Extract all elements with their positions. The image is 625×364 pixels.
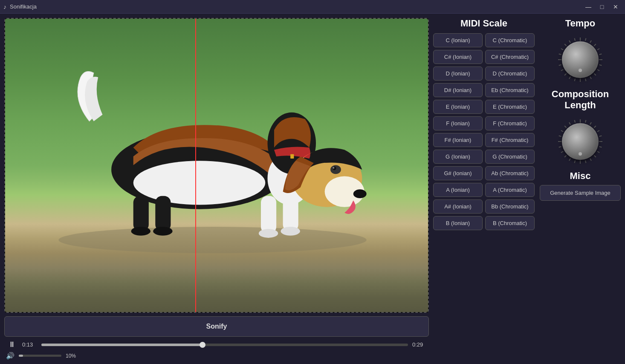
svg-line-54: [590, 159, 591, 161]
scale-btn-c-ionian[interactable]: C (Ionian): [433, 33, 483, 47]
svg-line-52: [597, 151, 599, 153]
scale-btn-d-ionian[interactable]: D (Ionian): [433, 66, 483, 81]
svg-line-63: [559, 136, 561, 137]
svg-line-31: [585, 78, 586, 81]
svg-point-2: [133, 161, 265, 205]
scale-btn-asharp-ionian[interactable]: A# (Ionian): [433, 199, 483, 214]
svg-rect-19: [290, 154, 294, 159]
scale-btn-e-ionian[interactable]: E (Ionian): [433, 100, 483, 114]
video-area[interactable]: [4, 18, 429, 313]
progress-row: ⏸ 0:13 0:29: [6, 340, 427, 349]
scale-btn-dsharp-ionian[interactable]: D# (Ionian): [433, 83, 483, 97]
svg-point-15: [353, 190, 366, 199]
svg-line-21: [585, 38, 586, 41]
scale-btn-g-ionian[interactable]: G (Ionian): [433, 150, 483, 164]
app-title: Sonifikacja: [10, 3, 37, 10]
scale-grid: C (Ionian)C (Chromatic)C# (Ionian)C# (Ch…: [433, 33, 535, 230]
svg-line-35: [564, 74, 566, 75]
volume-fill: [19, 355, 23, 357]
scale-btn-bb-chromatic[interactable]: Bb (Chromatic): [485, 199, 535, 214]
generate-sample-image-button[interactable]: Generate Sample Image: [540, 185, 621, 201]
tempo-knob-ring[interactable]: [555, 34, 606, 85]
svg-line-29: [594, 74, 596, 75]
svg-line-33: [575, 78, 576, 81]
misc-title: Misc: [570, 170, 591, 182]
scale-btn-e-chromatic[interactable]: E (Chromatic): [485, 100, 535, 114]
title-bar-controls: — □ ✕: [582, 3, 622, 11]
svg-point-0: [58, 227, 366, 253]
controls-panel: Tempo: [540, 18, 621, 360]
midi-scale-panel: MIDI Scale C (Ionian)C (Chromatic)C# (Io…: [433, 18, 535, 360]
sonify-button[interactable]: Sonify: [4, 316, 429, 337]
scale-btn-b-ionian[interactable]: B (Ionian): [433, 216, 483, 230]
scale-btn-d-chromatic[interactable]: D (Chromatic): [485, 66, 535, 81]
svg-line-23: [594, 44, 596, 46]
progress-fill: [41, 344, 203, 346]
svg-line-65: [564, 126, 566, 127]
scale-btn-c-chromatic[interactable]: C (Chromatic): [485, 33, 535, 47]
svg-line-55: [585, 160, 586, 163]
volume-bar[interactable]: [19, 355, 61, 357]
main-content: Sonify ⏸ 0:13 0:29 🔊 10%: [0, 14, 625, 364]
scale-btn-fsharp-chromatic[interactable]: F# (Chromatic): [485, 133, 535, 147]
volume-icon[interactable]: 🔊: [6, 352, 14, 360]
svg-line-30: [590, 77, 591, 79]
svg-rect-8: [261, 196, 276, 234]
maximize-button[interactable]: □: [596, 3, 608, 11]
svg-line-51: [599, 147, 602, 147]
video-frame: [5, 19, 428, 312]
svg-line-25: [599, 54, 602, 55]
composition-knob-ring[interactable]: [555, 116, 606, 167]
svg-line-22: [590, 40, 591, 43]
svg-point-18: [333, 167, 334, 169]
composition-knob-container: [555, 116, 606, 167]
svg-line-67: [575, 120, 576, 123]
composition-length-title: Composition Length: [540, 89, 621, 111]
svg-point-7: [153, 227, 172, 236]
scale-btn-ab-chromatic[interactable]: Ab (Chromatic): [485, 166, 535, 180]
composition-knob-indicator: [579, 152, 582, 156]
scale-btn-fsharp-ionian[interactable]: F# (Ionian): [433, 133, 483, 147]
svg-point-11: [281, 227, 300, 236]
svg-rect-4: [133, 196, 148, 231]
svg-line-37: [559, 65, 561, 66]
svg-line-34: [569, 77, 570, 79]
scale-btn-a-ionian[interactable]: A (Ionian): [433, 183, 483, 197]
scale-btn-f-ionian[interactable]: F (Ionian): [433, 116, 483, 130]
current-time: 0:13: [22, 341, 37, 348]
svg-line-39: [559, 54, 561, 55]
minimize-button[interactable]: —: [582, 3, 594, 11]
scale-btn-csharp-ionian[interactable]: C# (Ionian): [433, 50, 483, 64]
scale-btn-csharp-chromatic[interactable]: C# (Chromatic): [485, 50, 535, 64]
right-panel: MIDI Scale C (Ionian)C (Chromatic)C# (Io…: [433, 18, 621, 360]
svg-line-48: [597, 130, 599, 132]
volume-row: 🔊 10%: [6, 352, 427, 360]
pause-button[interactable]: ⏸: [6, 340, 18, 349]
svg-point-16: [330, 165, 341, 174]
close-button[interactable]: ✕: [610, 3, 622, 11]
svg-line-59: [564, 156, 566, 157]
tempo-knob[interactable]: [562, 41, 599, 78]
progress-bar[interactable]: [41, 344, 408, 346]
svg-rect-9: [283, 194, 298, 231]
svg-line-41: [564, 44, 566, 46]
scale-btn-f-chromatic[interactable]: F (Chromatic): [485, 116, 535, 130]
svg-line-46: [590, 122, 591, 124]
svg-line-42: [569, 40, 570, 43]
svg-line-47: [594, 126, 596, 127]
svg-line-24: [597, 49, 599, 50]
tempo-title: Tempo: [565, 18, 595, 29]
svg-line-49: [599, 136, 602, 137]
composition-knob[interactable]: [562, 123, 599, 160]
scale-btn-b-chromatic[interactable]: B (Chromatic): [485, 216, 535, 230]
app-icon: ♪: [3, 3, 6, 10]
svg-line-40: [561, 49, 563, 50]
progress-thumb: [200, 342, 205, 348]
svg-line-45: [585, 120, 586, 123]
svg-line-27: [599, 65, 602, 66]
scale-btn-a-chromatic[interactable]: A (Chromatic): [485, 183, 535, 197]
playback-controls: ⏸ 0:13 0:29 🔊 10%: [4, 340, 429, 360]
scale-btn-eb-chromatic[interactable]: Eb (Chromatic): [485, 83, 535, 97]
scale-btn-g-chromatic[interactable]: G (Chromatic): [485, 150, 535, 164]
scale-btn-gsharp-ionian[interactable]: G# (Ionian): [433, 166, 483, 180]
